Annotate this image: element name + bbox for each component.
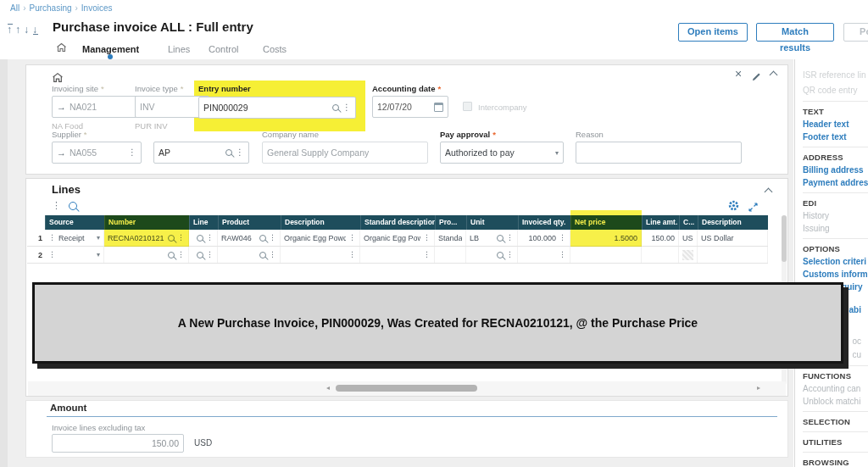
column-header-line_amt[interactable]: Line amt. - t...	[642, 215, 679, 230]
field-menu-icon[interactable]: ⋮	[342, 103, 351, 112]
calendar-icon[interactable]	[434, 103, 443, 112]
cell-product[interactable]: RAW046⋮	[218, 230, 281, 246]
cell-menu-icon[interactable]: ⋮	[348, 234, 356, 242]
grid-search-icon[interactable]	[69, 202, 77, 210]
cell-menu-icon[interactable]: ⋮	[559, 234, 566, 242]
cell-menu-icon[interactable]: ⋮	[177, 251, 185, 259]
cell-number[interactable]: ⋮	[104, 247, 189, 263]
sidebar-item-selection-criteri[interactable]: Selection criteri	[803, 255, 868, 268]
column-header-std_description[interactable]: Standard description	[360, 215, 435, 230]
row-number[interactable]: 2	[27, 247, 45, 263]
cell-c[interactable]	[679, 247, 698, 263]
lookup-icon[interactable]	[259, 235, 266, 242]
column-header-line[interactable]: Line	[189, 215, 218, 230]
cell-unit[interactable]: LB⋮	[466, 230, 518, 246]
breadcrumb-purchasing[interactable]: Purchasing	[29, 3, 71, 13]
column-header-unit[interactable]: Unit	[466, 215, 518, 230]
row-number[interactable]: 1	[27, 230, 45, 246]
cell-source[interactable]: ⋮▾	[45, 247, 104, 263]
horizontal-scrollbar-thumb[interactable]	[336, 385, 477, 392]
column-header-invoiced_qty[interactable]: Invoiced qty.	[518, 215, 570, 230]
cell-invoiced_qty[interactable]: ⋮	[518, 247, 570, 263]
invoicing-site-field[interactable]: → NA021 ⋮	[52, 96, 147, 118]
collapse-lines-icon[interactable]	[765, 188, 773, 197]
cell-line[interactable]: ⋮	[189, 230, 218, 246]
column-header-pro[interactable]: Pro...	[435, 215, 466, 230]
lookup-icon[interactable]	[197, 252, 203, 259]
cell-description[interactable]: ⋮	[281, 247, 360, 263]
next-record-icon[interactable]: ↓	[24, 24, 32, 36]
field-menu-icon[interactable]: ⋮	[236, 148, 244, 157]
sidebar-item-payment-addres[interactable]: Payment addres	[803, 176, 868, 189]
sidebar-item-footer-text[interactable]: Footer text	[803, 131, 868, 143]
lookup-icon[interactable]	[197, 235, 203, 242]
column-header-number[interactable]: Number	[104, 215, 189, 230]
dropdown-icon[interactable]: ▾	[555, 149, 559, 157]
cell-menu-icon[interactable]: ⋮	[48, 251, 56, 259]
match-results-button[interactable]: Match results	[756, 23, 834, 42]
entry-number-field[interactable]: PIN000029 ⋮	[198, 97, 356, 119]
cell-unit[interactable]: ⋮	[466, 247, 518, 263]
invoice-lines-excl-tax-field[interactable]: 150.00	[52, 434, 184, 453]
cell-menu-icon[interactable]: ⋮	[206, 251, 214, 259]
vertical-scrollbar-thumb[interactable]	[782, 215, 787, 262]
cell-line_amt[interactable]	[642, 247, 679, 263]
lookup-icon[interactable]	[225, 149, 232, 156]
cell-std_description[interactable]: ⋮	[360, 247, 435, 263]
dropdown-icon[interactable]: ▾	[97, 234, 100, 242]
cell-menu-icon[interactable]: ⋮	[348, 251, 356, 259]
cell-description[interactable]: Organic Egg Powde⋮	[281, 230, 360, 246]
cell-description2[interactable]: US Dollar	[698, 230, 768, 246]
lookup-icon[interactable]	[168, 252, 175, 259]
edit-pencil-icon[interactable]	[752, 69, 761, 85]
sidebar-item-customs-inform[interactable]: Customs inform	[803, 268, 868, 281]
expand-grid-icon[interactable]	[748, 200, 758, 215]
cell-menu-icon[interactable]: ⋮	[269, 234, 276, 242]
breadcrumb-invoices[interactable]: Invoices	[81, 3, 113, 13]
cell-std_description[interactable]: Organic Egg Powde⋮	[360, 230, 435, 246]
horizontal-scrollbar[interactable]: ◂ ▸	[28, 381, 786, 396]
cell-menu-icon[interactable]: ⋮	[506, 251, 514, 259]
sidebar-item-billing-address[interactable]: Billing address	[803, 164, 868, 176]
lookup-icon[interactable]	[497, 235, 504, 242]
first-record-icon[interactable]: ↑	[7, 24, 15, 36]
lookup-icon[interactable]	[497, 252, 504, 259]
cell-net_price[interactable]	[570, 247, 642, 263]
delete-icon[interactable]: ×	[735, 68, 742, 80]
lookup-icon[interactable]	[259, 252, 266, 259]
goto-icon[interactable]: →	[57, 103, 66, 112]
cell-menu-icon[interactable]: ⋮	[423, 234, 431, 242]
grid-menu-icon[interactable]: ⋮	[52, 201, 61, 210]
cell-description2[interactable]	[698, 247, 768, 263]
goto-icon[interactable]: →	[57, 148, 66, 158]
home-tab-icon[interactable]	[56, 42, 67, 54]
cell-invoiced_qty[interactable]: 100.000⋮	[518, 230, 570, 246]
column-header-description2[interactable]: Description	[698, 215, 768, 230]
cell-line_amt[interactable]: 150.00	[642, 230, 679, 246]
tab-management[interactable]: Management	[82, 44, 139, 54]
supplier-field[interactable]: → NA055 ⋮	[52, 142, 142, 164]
field-menu-icon[interactable]: ⋮	[128, 148, 136, 157]
accounting-date-field[interactable]: 12/07/20	[372, 96, 448, 118]
post-button[interactable]: Post	[843, 23, 868, 42]
cell-number[interactable]: RECNA0210121⋮	[104, 230, 189, 246]
breadcrumb-all[interactable]: All	[10, 3, 19, 13]
intercompany-checkbox[interactable]	[463, 102, 472, 111]
cell-menu-icon[interactable]: ⋮	[269, 251, 276, 259]
tab-control[interactable]: Control	[209, 44, 238, 54]
open-items-button[interactable]: Open items	[678, 23, 748, 42]
column-header-description[interactable]: Description	[281, 215, 360, 230]
last-record-icon[interactable]: ↓	[32, 24, 41, 36]
collapse-section-icon[interactable]	[770, 71, 778, 80]
grid-settings-gear-icon[interactable]	[728, 199, 739, 214]
column-header-source[interactable]: Source	[45, 215, 104, 230]
cell-c[interactable]: USD	[679, 230, 698, 246]
cell-pro[interactable]: Standar	[435, 230, 466, 246]
cell-product[interactable]: ⋮	[218, 247, 281, 263]
scroll-right-icon[interactable]: ▸	[757, 384, 760, 392]
cell-menu-icon[interactable]: ⋮	[506, 234, 514, 242]
lookup-icon[interactable]	[168, 235, 175, 242]
cell-source[interactable]: ⋮Receipt▾	[45, 230, 104, 246]
supplier-short-field[interactable]: AP ⋮	[153, 142, 249, 164]
cell-menu-icon[interactable]: ⋮	[48, 234, 56, 242]
